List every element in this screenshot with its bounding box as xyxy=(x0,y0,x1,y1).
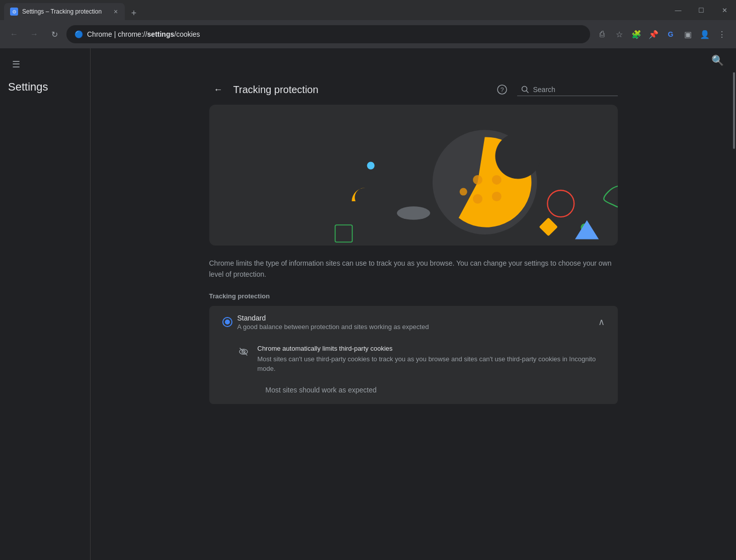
standard-radio[interactable] xyxy=(217,317,237,327)
main-container: ☰ Settings 🔍 ← Tracking protection ? xyxy=(0,48,736,560)
page-search-input[interactable] xyxy=(533,86,604,94)
standard-option: Standard A good balance between protecti… xyxy=(209,306,618,404)
window-close-button[interactable]: ✕ xyxy=(713,0,736,20)
page-header: ← Tracking protection ? xyxy=(209,72,618,105)
address-bar[interactable]: 🔵 Chrome | chrome://settings/cookies xyxy=(66,25,590,43)
standard-label: Standard xyxy=(237,314,594,322)
settings-search-button[interactable]: 🔍 xyxy=(711,54,724,66)
hero-illustration xyxy=(209,105,618,246)
svg-rect-15 xyxy=(539,217,557,236)
window-minimize-button[interactable]: — xyxy=(667,0,690,20)
standard-desc: A good balance between protection and si… xyxy=(237,323,594,331)
google-icon-button[interactable]: G xyxy=(663,26,679,42)
security-icon: 🔵 xyxy=(74,30,83,38)
sidebar: ☰ Settings xyxy=(0,48,91,560)
svg-point-13 xyxy=(547,190,574,217)
new-tab-button[interactable]: + xyxy=(127,6,141,20)
radio-outer xyxy=(222,317,232,327)
address-text: Chrome | chrome://settings/cookies xyxy=(87,30,582,38)
svg-point-12 xyxy=(396,206,430,219)
description-text: Chrome limits the type of information si… xyxy=(209,258,618,280)
page-title: Tracking protection xyxy=(233,84,487,96)
active-tab[interactable]: ⚙ Settings – Tracking protection × xyxy=(4,3,125,20)
settings-header: 🔍 xyxy=(91,48,736,72)
svg-point-10 xyxy=(459,188,467,195)
eye-slash-icon xyxy=(238,346,249,357)
tab-strip: ⚙ Settings – Tracking protection × + xyxy=(4,0,141,20)
expand-button[interactable]: ∧ xyxy=(594,314,610,330)
tab-favicon-icon: ⚙ xyxy=(10,8,18,16)
page-back-button[interactable]: ← xyxy=(209,81,227,99)
sidebar-toggle-button[interactable]: ▣ xyxy=(680,26,696,42)
pin-button[interactable]: 📌 xyxy=(645,26,662,42)
sub-item-cookies: Chrome automatically limits third-party … xyxy=(237,339,610,380)
share-button[interactable]: ⎙ xyxy=(594,26,610,42)
radio-inner xyxy=(225,319,230,325)
sub-item-title: Chrome automatically limits third-party … xyxy=(258,345,610,352)
svg-point-7 xyxy=(492,175,501,185)
standard-option-text: Standard A good balance between protecti… xyxy=(237,314,594,331)
no-tracking-icon xyxy=(237,346,250,358)
window-controls: — ☐ ✕ xyxy=(667,0,736,20)
toolbar-actions: ⎙ ☆ 🧩 📌 G ▣ 👤 ⋮ xyxy=(594,26,730,42)
svg-point-6 xyxy=(473,175,482,185)
page-content: ← Tracking protection ? xyxy=(197,72,630,425)
section-title: Tracking protection xyxy=(209,292,618,300)
menu-button[interactable]: ⋮ xyxy=(714,26,730,42)
browser-toolbar: ← → ↻ 🔵 Chrome | chrome://settings/cooki… xyxy=(0,20,736,48)
sidebar-menu-button[interactable]: ☰ xyxy=(6,54,26,74)
svg-point-9 xyxy=(492,192,501,201)
tab-close-button[interactable]: × xyxy=(111,7,121,17)
sub-items: Chrome automatically limits third-party … xyxy=(209,339,618,404)
window-maximize-button[interactable]: ☐ xyxy=(690,0,713,20)
svg-point-5 xyxy=(495,133,541,179)
page-search-icon xyxy=(521,86,529,94)
bookmark-button[interactable]: ☆ xyxy=(611,26,627,42)
cookie-illustration xyxy=(209,105,618,246)
standard-option-header[interactable]: Standard A good balance between protecti… xyxy=(209,306,618,339)
tab-title: Settings – Tracking protection xyxy=(22,8,107,15)
page-search-container[interactable] xyxy=(517,84,618,96)
scrollbar[interactable] xyxy=(732,48,736,560)
svg-point-8 xyxy=(473,194,482,204)
content-area: 🔍 ← Tracking protection ? xyxy=(91,48,736,560)
sub-item-desc: Most sites can't use third-party cookies… xyxy=(258,354,610,374)
titlebar: ⚙ Settings – Tracking protection × + — ☐… xyxy=(0,0,736,20)
svg-marker-16 xyxy=(575,220,599,239)
sidebar-settings-title: Settings xyxy=(0,76,90,102)
profile-button[interactable]: 👤 xyxy=(697,26,713,42)
back-button[interactable]: ← xyxy=(6,26,22,42)
help-button[interactable]: ? xyxy=(493,81,511,99)
svg-text:?: ? xyxy=(500,87,504,94)
svg-point-11 xyxy=(367,162,374,170)
svg-line-3 xyxy=(526,91,528,93)
sub-item-text: Chrome automatically limits third-party … xyxy=(258,345,610,374)
extensions-button[interactable]: 🧩 xyxy=(628,26,644,42)
most-sites-text: Most sites should work as expected xyxy=(237,380,610,396)
svg-rect-17 xyxy=(335,225,352,242)
forward-button[interactable]: → xyxy=(26,26,42,42)
reload-button[interactable]: ↻ xyxy=(46,26,62,42)
